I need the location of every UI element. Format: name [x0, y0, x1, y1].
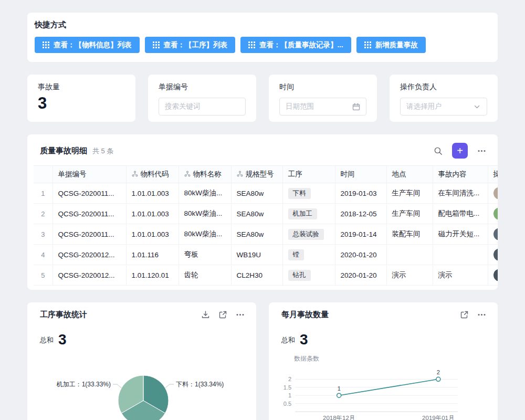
- cell-spec[interactable]: SEA80w: [231, 204, 282, 224]
- row-index: 4: [34, 245, 52, 265]
- operator-select[interactable]: 请选择用户: [400, 98, 487, 116]
- cell-doc-no[interactable]: QCSG-2020011...: [52, 204, 126, 224]
- cell-doc-no[interactable]: QCSG-2020011...: [52, 183, 126, 204]
- cell-place[interactable]: 装配车间: [386, 224, 433, 245]
- table-row[interactable]: 3QCSG-2020011...1.01.01.00380kW柴油...SEA8…: [34, 224, 498, 245]
- table-row[interactable]: 5QCSG-2020012...1.01.120.01齿轮CL2H30钻孔202…: [34, 265, 498, 286]
- y-tick-label: 0.5: [284, 401, 291, 407]
- grid-icon: [248, 41, 255, 48]
- more-menu-icon[interactable]: [477, 310, 486, 319]
- column-header-operator[interactable]: 操作负责人: [488, 166, 498, 183]
- column-header-place[interactable]: 地点: [386, 166, 433, 183]
- row-index: 2: [34, 204, 52, 224]
- cell-material-name[interactable]: 80kW柴油...: [178, 224, 231, 245]
- table-row[interactable]: 4QCSG-2020012...1.01.116弯板WB19U镗2020-01-…: [34, 245, 498, 265]
- cell-spec[interactable]: SEA80w: [231, 224, 282, 245]
- cell-process[interactable]: 总装试验: [282, 224, 335, 245]
- open-in-new-icon[interactable]: [218, 310, 227, 319]
- column-header-content[interactable]: 事故内容: [433, 166, 488, 183]
- cell-material-code[interactable]: 1.01.120.01: [126, 265, 178, 286]
- cell-doc-no[interactable]: QCSG-2020012...: [52, 245, 126, 265]
- date-range-input[interactable]: 日期范围: [279, 98, 366, 116]
- stat-value: 3: [38, 93, 125, 113]
- table-scroll-area[interactable]: 单据编号物料代码物料名称规格型号工序时间地点事故内容操作负责人 1QCSG-20…: [34, 165, 498, 286]
- shortcut-button-3[interactable]: 新增质量事故: [356, 37, 426, 53]
- pie-total-label: 总和: [40, 335, 54, 347]
- process-tag: 总装试验: [288, 229, 324, 240]
- cell-material-name[interactable]: 弯板: [178, 245, 231, 265]
- cell-date[interactable]: 2020-01-20: [335, 245, 386, 265]
- column-header-doc_no[interactable]: 单据编号: [52, 166, 126, 183]
- cell-process[interactable]: 下料: [282, 183, 335, 204]
- cell-spec[interactable]: WB19U: [231, 245, 282, 265]
- cell-material-name[interactable]: 80kW柴油...: [178, 204, 231, 224]
- doc-no-search-input[interactable]: 搜索关键词: [159, 98, 246, 116]
- stat-card-accidents: 事故量 3: [27, 75, 135, 122]
- cell-doc-no[interactable]: QCSG-2020012...: [52, 265, 126, 286]
- column-header-process[interactable]: 工序: [282, 166, 335, 183]
- cell-content[interactable]: [433, 245, 488, 265]
- cell-date[interactable]: 2019-01-03: [335, 183, 386, 204]
- pie-leader-line: [113, 384, 121, 388]
- cell-process[interactable]: 镗: [282, 245, 335, 265]
- avatar: [494, 248, 498, 261]
- shortcut-button-2[interactable]: 查看：【质量事故记录】...: [240, 37, 351, 53]
- cell-spec[interactable]: SEA80w: [231, 183, 282, 204]
- cell-material-name[interactable]: 齿轮: [178, 265, 231, 286]
- cell-material-code[interactable]: 1.01.116: [126, 245, 178, 265]
- cell-operator[interactable]: [488, 183, 498, 204]
- filter-card-doc-no: 单据编号 搜索关键词: [148, 75, 256, 122]
- cell-place[interactable]: 演示: [386, 265, 433, 286]
- open-in-new-icon[interactable]: [460, 310, 469, 319]
- column-header-date[interactable]: 时间: [335, 166, 386, 183]
- cell-place[interactable]: [386, 245, 433, 265]
- dashboard-page: 快捷方式 查看：【物料信息】列表查看：【工序】列表查看：【质量事故记录】...新…: [0, 0, 525, 420]
- cell-operator[interactable]: [488, 265, 498, 286]
- cell-operator[interactable]: [488, 245, 498, 265]
- cell-process[interactable]: 机加工: [282, 204, 335, 224]
- export-icon[interactable]: [201, 310, 210, 319]
- cell-content[interactable]: 磁力开关短...: [433, 224, 488, 245]
- search-icon[interactable]: [434, 146, 443, 155]
- line-total-value: 3: [300, 332, 308, 347]
- cell-doc-no[interactable]: QCSG-2020011...: [52, 224, 126, 245]
- cell-material-code[interactable]: 1.01.01.003: [126, 224, 178, 245]
- table-row[interactable]: 2QCSG-2020011...1.01.01.00380kW柴油...SEA8…: [34, 204, 498, 224]
- column-header-label: 操作负责人: [494, 170, 498, 178]
- column-header-label: 单据编号: [58, 170, 87, 178]
- pie-chart-title: 工序事故统计: [40, 310, 87, 320]
- cell-date[interactable]: 2020-01-20: [335, 265, 386, 286]
- relation-icon: [184, 171, 191, 177]
- data-point[interactable]: [337, 393, 341, 397]
- cell-place[interactable]: 生产车间: [386, 183, 433, 204]
- cell-process[interactable]: 钻孔: [282, 265, 335, 286]
- cell-operator[interactable]: [488, 204, 498, 224]
- shortcut-button-0[interactable]: 查看：【物料信息】列表: [35, 37, 140, 53]
- table-title: 质量事故明细: [40, 146, 87, 156]
- data-point[interactable]: [436, 377, 440, 381]
- table-row[interactable]: 1QCSG-2020011...1.01.01.00380kW柴油...SEA8…: [34, 183, 498, 204]
- cell-content[interactable]: 在车间清洗...: [433, 183, 488, 204]
- more-menu-icon[interactable]: [477, 146, 486, 155]
- shortcuts-title: 快捷方式: [35, 20, 490, 30]
- column-header-spec[interactable]: 规格型号: [231, 166, 282, 183]
- more-menu-icon[interactable]: [236, 310, 245, 319]
- cell-content[interactable]: 配电箱带电...: [433, 204, 488, 224]
- column-header-index[interactable]: [34, 166, 52, 183]
- cell-material-code[interactable]: 1.01.01.003: [126, 204, 178, 224]
- column-header-material_code[interactable]: 物料代码: [126, 166, 178, 183]
- column-header-material_name[interactable]: 物料名称: [178, 166, 231, 183]
- cell-material-name[interactable]: 80kW柴油...: [178, 183, 231, 204]
- x-tick-label: 2018年12月: [323, 415, 355, 420]
- add-record-button[interactable]: +: [452, 143, 468, 159]
- cell-date[interactable]: 2019-01-14: [335, 224, 386, 245]
- shortcut-button-1[interactable]: 查看：【工序】列表: [145, 37, 236, 53]
- line-total-label: 总和: [281, 335, 295, 347]
- avatar: [494, 269, 498, 281]
- cell-spec[interactable]: CL2H30: [231, 265, 282, 286]
- cell-date[interactable]: 2018-12-05: [335, 204, 386, 224]
- cell-material-code[interactable]: 1.01.01.003: [126, 183, 178, 204]
- cell-place[interactable]: 生产车间: [386, 204, 433, 224]
- cell-content[interactable]: 演示: [433, 265, 488, 286]
- cell-operator[interactable]: [488, 224, 498, 245]
